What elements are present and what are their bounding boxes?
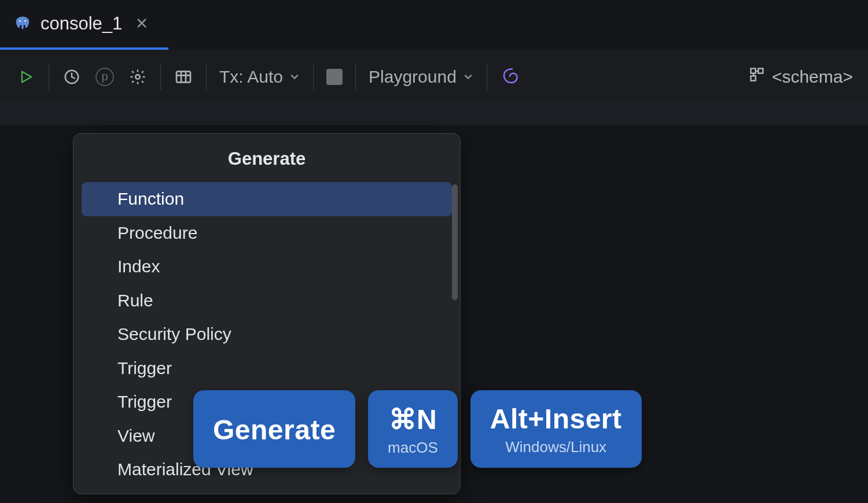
tab-console-1[interactable]: console_1 bbox=[0, 0, 168, 50]
popup-item-security-policy[interactable]: Security Policy bbox=[82, 317, 452, 352]
svg-point-3 bbox=[135, 75, 140, 79]
popup-item-function[interactable]: Function bbox=[82, 182, 452, 216]
tab-title: console_1 bbox=[41, 13, 122, 34]
popup-title: Generate bbox=[73, 134, 460, 182]
shortcut-overlay: Generate ⌘N macOS Alt+Insert Windows/Lin… bbox=[193, 390, 642, 468]
scrollbar[interactable] bbox=[452, 184, 458, 300]
shortcut-action-label: Generate bbox=[213, 414, 336, 446]
popup-item-index[interactable]: Index bbox=[82, 250, 452, 284]
svg-rect-7 bbox=[751, 76, 755, 80]
popup-item-procedure[interactable]: Procedure bbox=[82, 216, 452, 250]
mode-dropdown[interactable]: Playground bbox=[369, 67, 474, 87]
stop-icon[interactable] bbox=[326, 69, 343, 85]
shortcut-mac-key: ⌘N bbox=[389, 403, 437, 435]
tx-mode-label: Tx: Auto bbox=[219, 67, 283, 87]
editor-gutter-band bbox=[0, 104, 868, 125]
postgres-elephant-icon bbox=[14, 15, 31, 32]
toolbar: p Tx: Auto Playground bbox=[0, 50, 868, 104]
shortcut-action-pill: Generate bbox=[193, 390, 355, 468]
tab-bar: console_1 bbox=[0, 0, 868, 50]
schema-label: <schema> bbox=[772, 67, 853, 87]
gear-icon[interactable] bbox=[128, 67, 148, 87]
svg-point-1 bbox=[24, 20, 26, 22]
close-icon[interactable] bbox=[131, 14, 152, 33]
schema-icon bbox=[749, 66, 765, 87]
svg-rect-5 bbox=[751, 69, 755, 73]
popup-item-trigger[interactable]: Trigger bbox=[82, 352, 452, 386]
shortcut-mac-pill: ⌘N macOS bbox=[368, 390, 458, 468]
table-icon[interactable] bbox=[174, 67, 193, 87]
tx-mode-dropdown[interactable]: Tx: Auto bbox=[219, 67, 300, 87]
run-icon[interactable] bbox=[16, 67, 36, 87]
shortcut-mac-os: macOS bbox=[388, 439, 438, 457]
svg-rect-4 bbox=[176, 71, 190, 82]
chevron-down-icon bbox=[462, 67, 474, 87]
shortcut-win-pill: Alt+Insert Windows/Linux bbox=[470, 390, 642, 468]
schema-selector[interactable]: <schema> bbox=[749, 66, 856, 87]
chevron-down-icon bbox=[289, 67, 300, 87]
mode-label: Playground bbox=[369, 67, 457, 87]
svg-rect-6 bbox=[758, 69, 763, 73]
popup-item-rule[interactable]: Rule bbox=[82, 284, 452, 318]
spiral-icon[interactable] bbox=[500, 67, 520, 87]
shortcut-win-key: Alt+Insert bbox=[490, 403, 622, 435]
editor-area[interactable]: Generate FunctionProcedureIndexRuleSecur… bbox=[0, 104, 868, 503]
shortcut-win-os: Windows/Linux bbox=[505, 438, 606, 456]
history-icon[interactable] bbox=[62, 67, 82, 87]
svg-point-0 bbox=[19, 20, 21, 22]
p-icon[interactable]: p bbox=[95, 68, 114, 86]
